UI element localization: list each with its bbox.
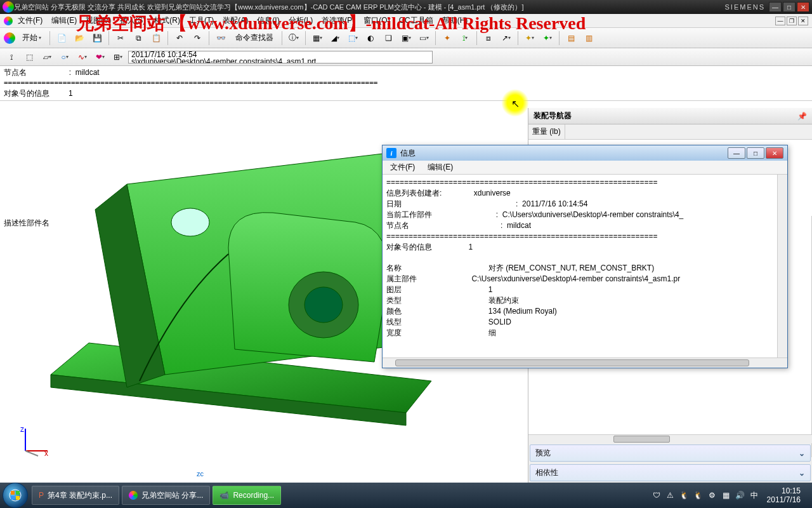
contrast-icon[interactable]: ◐ [363,30,378,46]
component-icon[interactable]: ⬚ [22,50,37,65]
window-titlebar: 兄弟空间站 分享无极限 交流分享 共同成长 欢迎到兄弟空间站交流学习【www.x… [0,0,812,14]
grid1-icon[interactable]: ▤ [563,30,579,46]
system-tray: 🛡 ⚠ 🐧 🐧 ⚙ ▦ 🔊 中 10:152011/7/16 [646,486,809,504]
save-icon[interactable]: 💾 [89,30,105,46]
tray-vol-icon[interactable]: 🔊 [735,490,745,500]
tray-warn-icon[interactable]: ⚠ [665,490,676,500]
undo-icon[interactable]: ↶ [172,30,187,46]
star2-icon[interactable]: ✦▾ [540,30,555,46]
constraint-icon[interactable]: ⟟ [4,50,19,65]
tray-ime-icon[interactable]: 中 [749,490,759,500]
assembly-icon[interactable]: ⧈ [481,30,496,46]
close-button[interactable]: ✕ [797,2,809,12]
mdi-close[interactable]: ✕ [798,17,808,25]
tray-gear-icon[interactable]: ⚙ [707,490,717,500]
redo-icon[interactable]: ↷ [190,30,205,46]
dialog-text-body[interactable]: ========================================… [383,175,777,358]
nx-task-icon [129,491,138,500]
dialog-title: 信息 [400,148,726,159]
path-display: 2011/7/16 10:14:54 s\xduniverse\Desktop\… [128,51,433,64]
menu-info[interactable]: 信息(I) [253,14,283,27]
binoculars-icon[interactable]: 👓 [213,30,228,46]
box2-icon[interactable]: ▣▾ [398,30,414,46]
box-icon[interactable]: ❏ [381,30,396,46]
dialog-titlebar[interactable]: i 信息 — □ ✕ [383,145,787,161]
wcs-icon[interactable]: ✦ [440,30,455,46]
cube-icon[interactable]: ⬚▾ [345,30,360,46]
mdi-minimize[interactable]: — [775,17,785,25]
info-header: 节点名 : mildcat ==========================… [0,66,812,101]
menu-help[interactable]: 帮助(H) [438,14,472,27]
dialog-menu-edit[interactable]: 编辑(E) [424,161,457,174]
navigator-header: 装配导航器 📌 [528,108,812,124]
dialog-maximize[interactable]: □ [747,147,764,159]
taskbar-recording[interactable]: 📹Recording... [213,486,281,505]
menu-pref[interactable]: 首选项(P) [318,14,358,27]
taskbar-powerpoint[interactable]: P第4章 装配约束.p... [32,486,119,505]
taskbar-nx[interactable]: 兄弟空间站 分享... [122,486,210,505]
svg-rect-15 [11,496,15,500]
dialog-menu-file[interactable]: 文件(F) [386,161,419,174]
cut-icon[interactable]: ✂ [113,30,128,46]
viewport-zc-label: zc [197,470,204,478]
menu-insert[interactable]: 插入(S) [116,14,149,27]
menu-view[interactable]: 视图(V) [82,14,115,27]
pattern-icon[interactable]: ⊞▾ [110,50,126,65]
menu-window[interactable]: 窗口(O) [360,14,393,27]
nx-logo-icon [4,17,13,25]
star1-icon[interactable]: ✦▾ [522,30,537,46]
main-toolbar: 开始▾ 📄 📂 💾 ✂ ⧉ 📋 ↶ ↷ 👓 命令查找器 ⓘ▾ ▦▾ ◢▾ ⬚▾ … [0,28,812,48]
dialog-menubar: 文件(F) 编辑(E) [383,161,787,175]
sketch-icon[interactable]: ▱▾ [39,50,55,65]
shaded-icon[interactable]: ◢▾ [327,30,343,46]
tray-shield-icon[interactable]: 🛡 [652,490,662,500]
start-orb[interactable] [3,483,28,508]
grid2-icon[interactable]: ▥ [581,30,596,46]
dialog-close[interactable]: ✕ [766,147,783,159]
menu-assembly[interactable]: 装配(A) [219,14,252,27]
svg-rect-14 [16,491,20,495]
menu-gc[interactable]: GC工具箱 [395,14,437,27]
paste-icon[interactable]: 📋 [148,30,164,46]
menu-analysis[interactable]: 分析(L) [285,14,317,27]
dialog-hscroll[interactable] [383,358,787,368]
navigator-hscroll[interactable] [528,434,812,443]
menu-bar: 文件(F) 编辑(E) 视图(V) 插入(S) 格式(R) 工具(T) 装配(A… [0,14,812,28]
heart-icon[interactable]: ❤▾ [93,50,108,65]
info-dialog: i 信息 — □ ✕ 文件(F) 编辑(E) =================… [382,145,788,368]
info-dropdown-icon[interactable]: ⓘ▾ [286,30,301,46]
rect-icon[interactable]: ▭▾ [416,30,431,46]
dialog-vscroll[interactable] [777,175,787,358]
taskbar-clock[interactable]: 10:152011/7/16 [763,486,804,504]
menu-edit[interactable]: 编辑(E) [48,14,81,27]
window-title: 兄弟空间站 分享无极限 交流分享 共同成长 欢迎到兄弟空间站交流学习【www.x… [14,3,724,12]
dialog-minimize[interactable]: — [728,147,745,159]
start-button[interactable]: 开始▾ [18,30,46,46]
csys-icon[interactable]: ⟟▾ [457,30,473,46]
tray-qq2-icon[interactable]: 🐧 [693,490,704,500]
menu-format[interactable]: 格式(R) [150,14,184,27]
command-finder[interactable]: 命令查找器 [231,30,278,46]
navigator-columns: 描述性部件名 重量 (lb) [528,124,812,140]
dependency-section[interactable]: 相依性⌄ [530,464,811,481]
svg-rect-13 [11,491,15,495]
layer-icon[interactable]: ▦▾ [310,30,325,46]
app-logo-icon [3,1,14,13]
curve-icon[interactable]: ∿▾ [75,50,90,65]
circle-icon[interactable]: ○▾ [57,50,72,65]
mdi-restore[interactable]: ❐ [787,17,797,25]
maximize-button[interactable]: □ [783,2,796,12]
copy-icon[interactable]: ⧉ [131,30,146,46]
secondary-toolbar: ⟟ ⬚ ▱▾ ○▾ ∿▾ ❤▾ ⊞▾ 2011/7/16 10:14:54 s\… [0,48,812,66]
info-icon: i [386,148,396,158]
menu-tools[interactable]: 工具(T) [185,14,218,27]
tray-net-icon[interactable]: ▦ [721,490,731,500]
minimize-button[interactable]: — [769,2,782,12]
open-file-icon[interactable]: 📂 [72,30,87,46]
explode-icon[interactable]: ↗▾ [499,30,514,46]
pin-icon[interactable]: 📌 [797,112,807,121]
new-file-icon[interactable]: 📄 [54,30,69,46]
tray-qq1-icon[interactable]: 🐧 [679,490,690,500]
col-weight[interactable]: 重量 (lb) [528,124,565,139]
menu-file[interactable]: 文件(F) [14,14,46,27]
